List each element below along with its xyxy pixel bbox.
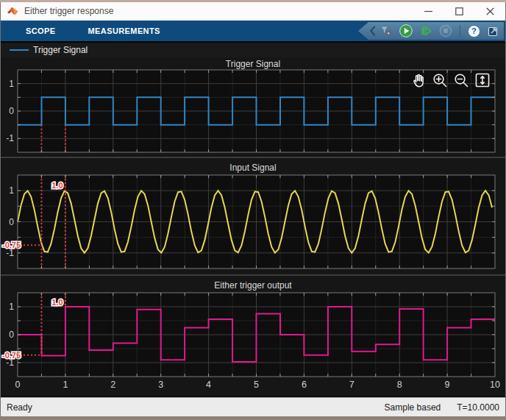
status-time: T=10.0000 (457, 402, 499, 413)
y-tick-label: 1 (9, 79, 14, 89)
legend-label: Trigger Signal (33, 45, 88, 55)
simulation-toolbar: ? (358, 22, 504, 40)
trigger-signal-panel: 10-1 Trigger Signal (1, 57, 505, 157)
y-tick-label: -1 (6, 357, 14, 368)
zoom-in-icon[interactable] (432, 72, 448, 88)
plot-area: 10-1 Trigger Signal (1, 57, 505, 397)
y-tick-label: 0 (9, 330, 14, 340)
stop-button (438, 23, 454, 39)
pop-out-icon (486, 24, 501, 38)
tab-scope[interactable]: SCOPE (15, 21, 66, 41)
window-title: Either trigger response (24, 6, 413, 16)
desktop-background: Either trigger response SCOPE MEASUREMEN… (0, 0, 506, 420)
y-tick-label: -1 (6, 133, 14, 143)
trigger-signal-title: Trigger Signal (1, 59, 505, 69)
cursor-value-label: 1.0 (51, 298, 63, 307)
x-tick-label: 3 (158, 380, 163, 390)
plot-toolbar (410, 72, 491, 88)
y-tick-label: 1 (9, 185, 14, 196)
x-tick-label: 5 (254, 380, 259, 390)
y-tick-label: 1 (9, 302, 14, 312)
scope-window: Either trigger response SCOPE MEASUREMEN… (0, 2, 506, 416)
y-tick-label: 0 (9, 106, 14, 116)
close-button[interactable] (474, 2, 505, 20)
status-ready: Ready (7, 402, 385, 413)
x-tick-label: 7 (349, 380, 354, 390)
x-tick-label: 0 (15, 380, 21, 390)
pop-out-button[interactable] (486, 23, 502, 39)
simulation-settings-button[interactable] (379, 23, 394, 39)
tab-measurements[interactable]: MEASUREMENTS (78, 21, 171, 41)
x-tick-label: 2 (110, 380, 115, 390)
fit-view-icon[interactable] (474, 72, 491, 88)
input-signal-panel: 1.0-0.7510-1 Input Signal (1, 157, 505, 274)
waveform-0 (18, 97, 495, 124)
pan-hand-icon[interactable] (410, 72, 427, 88)
cursor-value-label: 1.0 (51, 181, 63, 190)
help-button[interactable]: ? (466, 23, 482, 39)
x-tick-label: 4 (206, 380, 211, 390)
x-tick-label: 1 (63, 380, 68, 390)
either-trigger-output-title: Either trigger output (1, 280, 505, 291)
window-controls (413, 2, 505, 20)
matlab-logo-icon (7, 5, 19, 17)
either-trigger-output-chart[interactable]: 1.0-0.7510-1012345678910 (1, 276, 506, 396)
collapse-chevron-icon[interactable] (369, 24, 377, 38)
zoom-out-icon[interactable] (453, 72, 469, 88)
stop-icon (438, 24, 453, 38)
simulation-settings-icon (379, 24, 393, 38)
input-signal-title: Input Signal (1, 163, 505, 173)
help-icon: ? (468, 25, 480, 38)
input-signal-chart[interactable]: 1.0-0.7510-1 (1, 158, 506, 274)
step-forward-button[interactable] (418, 23, 434, 39)
ribbon: SCOPE MEASUREMENTS (1, 21, 505, 41)
toolbar-divider (460, 25, 460, 37)
y-tick-label: -1 (6, 248, 14, 258)
statusbar: Ready Sample based T=10.0000 (1, 397, 505, 416)
run-icon (399, 24, 413, 38)
desktop-strip-bottom (0, 416, 506, 420)
x-tick-label: 9 (445, 380, 450, 390)
run-button[interactable] (399, 23, 414, 39)
maximize-button[interactable] (443, 2, 474, 20)
x-tick-label: 6 (302, 380, 307, 390)
y-tick-label: 0 (9, 217, 14, 227)
legend-bar: Trigger Signal (1, 41, 505, 57)
x-tick-label: 8 (397, 380, 402, 390)
step-forward-icon (418, 24, 433, 38)
status-sample-based: Sample based (385, 402, 441, 413)
minimize-button[interactable] (413, 2, 443, 20)
titlebar: Either trigger response (1, 2, 505, 21)
legend-line-sample (10, 49, 29, 51)
x-tick-label: 10 (490, 380, 500, 390)
either-trigger-output-panel: 1.0-0.7510-1012345678910 Either trigger … (1, 274, 505, 396)
